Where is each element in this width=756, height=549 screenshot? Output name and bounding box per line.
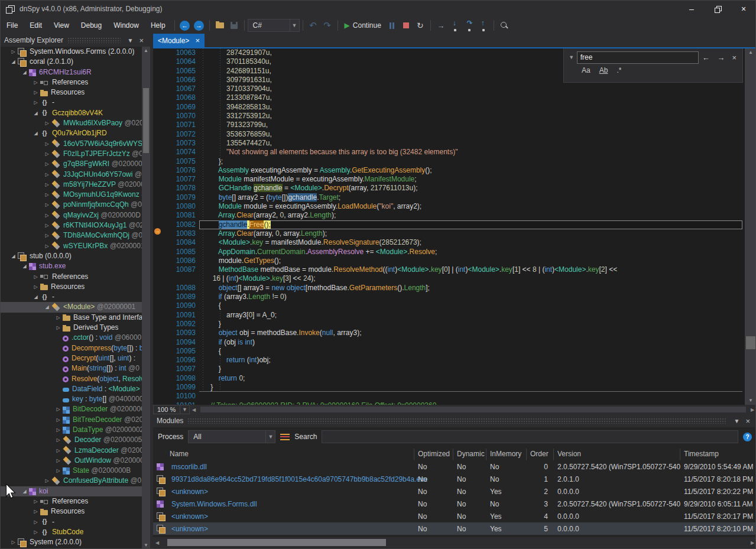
tree-item[interactable]: ▷qMayivvZxj @0200000D bbox=[1, 210, 142, 220]
code-line[interactable]: 16 | (int)<Module>.key[3] << 24); bbox=[153, 274, 745, 283]
tree-item[interactable]: ◢stub.exe bbox=[1, 261, 142, 271]
tree-item[interactable]: key : byte[] @0400000 bbox=[1, 394, 142, 404]
modules-table-header[interactable]: NameOptimizedDynamicInMemoryOrderVersion… bbox=[153, 449, 756, 460]
collapse-arrow-icon[interactable]: ◢ bbox=[20, 261, 29, 271]
code-line[interactable]: 10086 module.GetTypes(); bbox=[153, 256, 745, 265]
modules-horizontal-scrollbar[interactable]: ◀ ▶ bbox=[153, 537, 756, 548]
tree-item[interactable]: ▷Resources bbox=[1, 282, 142, 292]
tree-item[interactable]: Main(string[]) : int @0 bbox=[1, 363, 142, 373]
code-line[interactable]: 10099 } bbox=[153, 383, 745, 392]
tree-item[interactable]: ◢coral (2.0.1.0) bbox=[1, 57, 142, 67]
expand-arrow-icon[interactable]: ▷ bbox=[43, 476, 51, 486]
tree-item[interactable]: ▷F0zILpTJPEFrJctzYz @0200 bbox=[1, 149, 142, 159]
tree-item[interactable]: ▷MWkud6IXvBPaoy @0200 bbox=[1, 118, 142, 128]
panel-close-button[interactable]: × bbox=[136, 36, 147, 45]
tab-close-icon[interactable]: × bbox=[195, 36, 200, 45]
find-close-button[interactable]: × bbox=[728, 53, 740, 62]
code-line[interactable]: 10069 3948285813u, bbox=[153, 103, 745, 112]
tree-item[interactable]: ▷References bbox=[1, 77, 142, 87]
expand-arrow-icon[interactable]: ▷ bbox=[43, 220, 51, 230]
expand-arrow-icon[interactable]: ▷ bbox=[31, 517, 40, 527]
restart-button[interactable]: ↻ bbox=[413, 18, 427, 33]
tree-item[interactable]: .cctor() : void @06000 bbox=[1, 333, 142, 343]
tree-item[interactable]: ▷BitTreeDecoder @0200 bbox=[1, 415, 142, 425]
find-input[interactable] bbox=[577, 51, 699, 64]
search-assemblies-button[interactable] bbox=[497, 18, 511, 33]
table-row[interactable]: 99371d8da86e964cc52bd719fd85f1f0015e4c60… bbox=[153, 473, 756, 485]
scroll-right-icon[interactable]: ▶ bbox=[748, 407, 756, 412]
tree-item[interactable]: ▷g7qB8FgWkRI @02000016 bbox=[1, 159, 142, 169]
table-row[interactable]: System.Windows.Forms.dllNoNoNo32.0.50727… bbox=[153, 498, 756, 510]
editor-horizontal-scroll-thumb[interactable] bbox=[200, 407, 746, 412]
expand-arrow-icon[interactable]: ▷ bbox=[54, 435, 63, 445]
menu-edit[interactable]: Edit bbox=[24, 17, 48, 34]
match-case-toggle[interactable]: Aa bbox=[582, 66, 590, 74]
tree-item[interactable]: ▷References bbox=[1, 496, 142, 506]
scroll-up-icon[interactable]: ▲ bbox=[745, 48, 756, 57]
code-lines[interactable]: 10063 2874291907u,10064 3701185340u,1006… bbox=[153, 48, 745, 405]
tree-item[interactable]: ▷m58Yij7HeZZVP @020000 bbox=[1, 180, 142, 190]
expand-arrow-icon[interactable]: ▷ bbox=[43, 118, 51, 128]
continue-button[interactable]: ▶ Continue bbox=[341, 18, 385, 33]
find-next-button[interactable]: → bbox=[713, 53, 728, 62]
tree-item[interactable]: ▷LzmaDecoder @02000 bbox=[1, 446, 142, 456]
open-button[interactable] bbox=[213, 18, 227, 33]
expand-arrow-icon[interactable]: ▷ bbox=[43, 170, 51, 180]
tab-module[interactable]: <Module> × bbox=[153, 34, 205, 47]
collapse-arrow-icon[interactable]: ◢ bbox=[9, 251, 18, 261]
tree-item[interactable]: ▷Decoder @02000005 bbox=[1, 435, 142, 445]
menu-file[interactable]: File bbox=[1, 17, 24, 34]
code-line[interactable]: 10083 Array.Clear(array, 0, array.Length… bbox=[153, 229, 745, 238]
code-line[interactable]: 10068 2133087847u, bbox=[153, 93, 745, 102]
expand-arrow-icon[interactable]: ▷ bbox=[31, 77, 40, 87]
process-combobox[interactable]: All ▼ bbox=[188, 430, 275, 443]
expand-arrow-icon[interactable]: ▷ bbox=[54, 425, 63, 435]
code-line[interactable]: 10067 3710337904u, bbox=[153, 85, 745, 93]
tree-item[interactable]: ▷wSYEUKrPBx @02000014 bbox=[1, 241, 142, 251]
scroll-left-icon[interactable]: ◀ bbox=[190, 407, 198, 412]
code-line[interactable]: 10081 Array.Clear(array2, 0, array2.Leng… bbox=[153, 211, 745, 220]
expand-arrow-icon[interactable]: ▷ bbox=[31, 98, 40, 108]
restore-button[interactable] bbox=[705, 1, 731, 17]
chevron-down-icon[interactable]: ▼ bbox=[180, 405, 189, 414]
tree-item[interactable]: Resolve(object, Resolv bbox=[1, 374, 142, 384]
code-line[interactable]: 10080 Module module = executingAssembly.… bbox=[153, 202, 745, 211]
tree-item[interactable]: DataField : <Module> bbox=[1, 384, 142, 394]
column-header-name[interactable]: Name bbox=[153, 449, 414, 460]
panel-menu-button[interactable]: ▼ bbox=[731, 418, 743, 424]
scroll-thumb[interactable] bbox=[167, 539, 386, 546]
code-line[interactable]: 10073 1355474427u, bbox=[153, 139, 745, 148]
step-out-button[interactable]: ↑ bbox=[476, 18, 491, 33]
code-line[interactable]: →10082 gchandle.Free(); bbox=[153, 220, 745, 229]
code-line[interactable]: 10085 AppDomain.CurrentDomain.AssemblyRe… bbox=[153, 248, 745, 256]
expand-arrow-icon[interactable]: ▷ bbox=[31, 496, 40, 506]
code-line[interactable]: 10098 return 0; bbox=[153, 374, 745, 383]
tree-item[interactable]: ▷J3JqCHUn4o6Y57owi @02 bbox=[1, 170, 142, 180]
expand-arrow-icon[interactable]: ▷ bbox=[43, 210, 51, 220]
save-button[interactable] bbox=[227, 18, 241, 33]
tree-item[interactable]: ▷16oV57W6iA3q9r6vWYS @ bbox=[1, 139, 142, 149]
scroll-left-icon[interactable]: ◀ bbox=[153, 540, 161, 545]
menu-window[interactable]: Window bbox=[108, 17, 145, 34]
scroll-down-icon[interactable]: ▼ bbox=[745, 397, 756, 405]
code-line[interactable]: 10090 { bbox=[153, 301, 745, 310]
close-button[interactable]: × bbox=[731, 1, 756, 17]
tree-item[interactable]: ▷MOsymuhUG1q9Kwonz @ bbox=[1, 190, 142, 200]
tree-item[interactable]: ▷System (2.0.0.0) bbox=[1, 537, 142, 547]
code-line[interactable]: 10089 if (array3.Length != 0) bbox=[153, 293, 745, 301]
panel-menu-button[interactable]: ▼ bbox=[125, 37, 137, 44]
expand-arrow-icon[interactable]: ▷ bbox=[43, 230, 51, 241]
help-icon[interactable]: ? bbox=[743, 433, 752, 441]
column-header-inmemory[interactable]: InMemory bbox=[486, 449, 527, 460]
tree-item[interactable]: ▷DataType @02000002 bbox=[1, 425, 142, 435]
code-line[interactable]: 10074 "Not showing all elements because … bbox=[153, 148, 745, 157]
tree-item[interactable]: ◢koi bbox=[1, 486, 142, 496]
collapse-arrow-icon[interactable]: ◢ bbox=[43, 302, 51, 312]
tree-item[interactable]: ◢{}Gczqibb08vV4K bbox=[1, 108, 142, 118]
expand-arrow-icon[interactable]: ▷ bbox=[43, 149, 51, 159]
expand-arrow-icon[interactable]: ▷ bbox=[43, 139, 51, 149]
regex-toggle[interactable]: .* bbox=[617, 66, 621, 74]
step-into-button[interactable]: ↓ bbox=[448, 18, 462, 33]
stop-button[interactable] bbox=[399, 18, 413, 33]
assembly-tree[interactable]: ▷System.Windows.Forms (2.0.0.0)◢coral (2… bbox=[1, 47, 142, 549]
